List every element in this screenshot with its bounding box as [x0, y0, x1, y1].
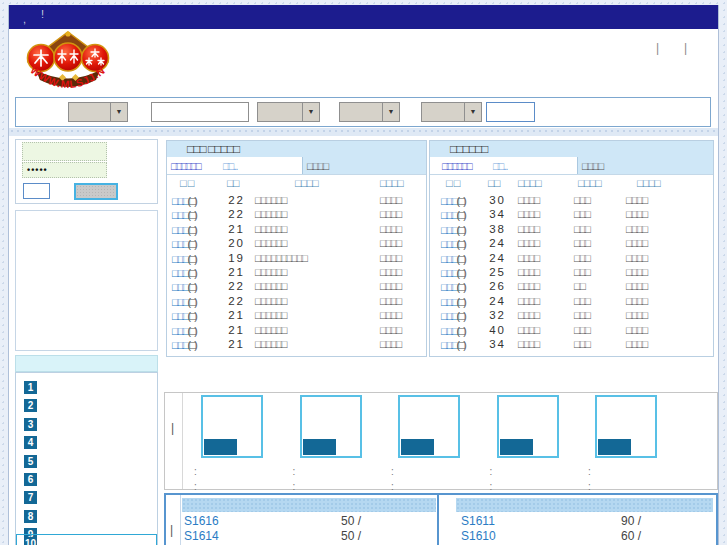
tab-inactive[interactable]: □□□□ — [577, 157, 713, 174]
member-gender-suffix: (□) — [187, 310, 196, 322]
member-name-link[interactable]: □□□ — [441, 267, 456, 279]
tab-inactive[interactable]: □□□□ — [302, 157, 426, 174]
member-name-link[interactable]: □□□ — [172, 238, 187, 250]
member-name-link[interactable]: □□□ — [172, 339, 187, 351]
member-gender-suffix: (□) — [456, 296, 465, 308]
member-age: 22 — [215, 193, 245, 207]
member-info-cell: □□□□□□□□□□ — [255, 251, 306, 265]
member-age: 21 — [215, 337, 245, 351]
member-name-link[interactable]: □□□ — [441, 253, 456, 265]
member-id-link[interactable]: S1610 — [461, 529, 496, 543]
member-name-link[interactable]: □□□ — [441, 281, 456, 293]
member-gender-suffix: (□) — [187, 267, 196, 279]
member-name-link[interactable]: □□□ — [172, 253, 187, 265]
member-name-link[interactable]: □□□ — [441, 325, 456, 337]
search-select-4[interactable]: ▼ — [421, 102, 482, 122]
member-name-link[interactable]: □□□ — [172, 310, 187, 322]
member-info-cell: □□□□□□ — [255, 337, 286, 351]
member-photo-box[interactable] — [201, 395, 263, 458]
table-row: □□□(□)26□□□□□□□□□□ — [430, 279, 713, 293]
member-name-cell: □□□(□) — [172, 279, 196, 294]
dropdown-arrow-icon[interactable]: ▼ — [302, 103, 319, 121]
member-age: 34 — [476, 207, 506, 221]
member-name-link[interactable]: □□□ — [441, 339, 456, 351]
member-info-cell: □□□□ — [518, 308, 539, 322]
header-link-separator: | — [656, 41, 659, 55]
member-name-link[interactable]: □□□ — [172, 224, 187, 236]
member-photo-box[interactable] — [595, 395, 657, 458]
member-detail-link: □□□□ — [380, 251, 401, 265]
member-name-link[interactable]: □□□ — [172, 209, 187, 221]
search-select-1[interactable]: ▼ — [68, 102, 128, 122]
tab-link-2[interactable]: □□... — [493, 160, 507, 172]
member-detail-link: □□□□ — [380, 279, 401, 293]
tab-active-link[interactable]: □□□□□□ — [442, 160, 471, 172]
pagination-page-button[interactable]: 5 — [24, 455, 37, 468]
login-password-field[interactable]: ••••• — [22, 162, 107, 178]
pagination-page-button[interactable]: 6 — [24, 473, 37, 486]
login-button[interactable] — [74, 183, 118, 200]
captcha-input[interactable] — [23, 183, 50, 199]
login-username-field[interactable] — [22, 142, 107, 161]
table-row: □□□(□)30□□□□□□□□□□□ — [430, 193, 713, 207]
member-detail-link: □□□ — [574, 323, 589, 337]
pagination-page-button[interactable]: 1 — [24, 381, 37, 394]
member-detail-link: □□□ — [574, 193, 589, 207]
member-name-cell: □□□(□) — [172, 236, 196, 251]
table-row: □□□(□)22□□□□□□□□□□ — [167, 279, 426, 293]
search-select-2[interactable]: ▼ — [257, 102, 320, 122]
member-name-cell: □□□(□) — [441, 265, 465, 280]
member-name-cell: □□□(□) — [441, 294, 465, 309]
member-name-link[interactable]: □□□ — [441, 224, 456, 236]
member-info-cell: □□□□ — [518, 251, 539, 265]
pagination-page-button[interactable]: 8 — [24, 510, 37, 523]
member-name-link[interactable]: □□□ — [172, 281, 187, 293]
member-detail-link: □□□□ — [380, 236, 401, 250]
photo-caption-mark: : — [194, 482, 197, 492]
search-input-2[interactable] — [486, 102, 535, 122]
bottom-list-header-right — [456, 498, 713, 512]
search-select-3[interactable]: ▼ — [339, 102, 400, 122]
site-logo[interactable]: WWW.MLSJJ.NET — [16, 30, 120, 96]
tab-link-2[interactable]: □□... — [223, 160, 237, 172]
pagination-page-button[interactable]: 7 — [24, 491, 37, 504]
tab-inactive-label: □□□□ — [307, 160, 328, 172]
left-empty-panel — [15, 210, 158, 351]
member-photo-box[interactable] — [300, 395, 362, 458]
pagination-page-button[interactable]: 4 — [24, 436, 37, 449]
column-header: □ □ — [180, 177, 193, 189]
member-detail-link: □□□□ — [380, 265, 401, 279]
dropdown-arrow-icon[interactable]: ▼ — [110, 103, 127, 121]
member-name-link[interactable]: □□□ — [172, 267, 187, 279]
member-name-link[interactable]: □□□ — [441, 238, 456, 250]
member-name-link[interactable]: □□□ — [441, 296, 456, 308]
pagination-page-button[interactable]: 2 — [24, 399, 37, 412]
pagination-page-button[interactable]: 3 — [24, 418, 37, 431]
table-row: □□□(□)20□□□□□□□□□□ — [167, 236, 426, 250]
photo-panel-side-label: | — [171, 421, 174, 435]
member-age: 24 — [476, 294, 506, 308]
member-photo-box[interactable] — [497, 395, 559, 458]
table-row: □□□(□)21□□□□□□□□□□ — [167, 337, 426, 351]
member-name-cell: □□□(□) — [441, 222, 465, 237]
member-name-link[interactable]: □□□ — [172, 296, 187, 308]
bottom-list-header-left — [182, 498, 436, 512]
dropdown-arrow-icon[interactable]: ▼ — [382, 103, 399, 121]
member-photo-box[interactable] — [398, 395, 460, 458]
dropdown-arrow-icon[interactable]: ▼ — [464, 103, 481, 121]
member-gender-suffix: (□) — [456, 195, 465, 207]
member-age: 21 — [215, 308, 245, 322]
member-name-link[interactable]: □□□ — [172, 195, 187, 207]
member-id-link[interactable]: S1611 — [461, 514, 495, 528]
member-detail-link: □□□□ — [380, 222, 401, 236]
member-name-link[interactable]: □□□ — [441, 209, 456, 221]
search-input-1[interactable] — [151, 102, 249, 122]
tab-active-link[interactable]: □□□□□□ — [171, 160, 200, 172]
member-name-link[interactable]: □□□ — [441, 310, 456, 322]
member-detail-link: □□□□ — [380, 337, 401, 351]
member-name-link[interactable]: □□□ — [441, 195, 456, 207]
member-name-cell: □□□(□) — [441, 308, 465, 323]
search-bar: ▼ ▼ ▼ ▼ — [15, 97, 711, 127]
member-name-link[interactable]: □□□ — [172, 325, 187, 337]
member-name-cell: □□□(□) — [172, 337, 196, 352]
